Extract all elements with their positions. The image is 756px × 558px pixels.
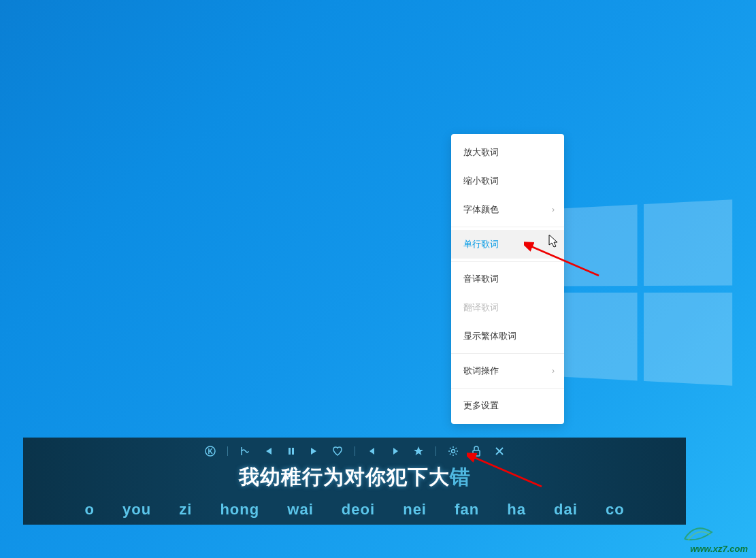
menu-zoom-out[interactable]: 缩小歌词 — [451, 167, 564, 195]
svg-rect-4 — [289, 448, 291, 455]
windows-logo — [563, 199, 732, 386]
heart-icon[interactable] — [331, 445, 344, 457]
toolbar-separator — [435, 446, 436, 456]
menu-lyrics-ops[interactable]: 歌词操作 › — [451, 357, 564, 385]
arrow-right-icon[interactable] — [389, 445, 401, 457]
menu-item-label: 单行歌词 — [463, 239, 499, 249]
chevron-right-icon: › — [552, 205, 555, 214]
toolbar-separator — [227, 446, 228, 456]
menu-item-label: 更多设置 — [463, 400, 499, 410]
menu-item-label: 音译歌词 — [463, 274, 499, 284]
svg-line-0 — [529, 246, 599, 276]
menu-font-color[interactable]: 字体颜色 › — [451, 195, 564, 224]
annotation-arrow — [524, 242, 606, 282]
menu-item-label: 翻译歌词 — [463, 302, 499, 312]
annotation-arrow — [467, 453, 548, 493]
cursor-icon — [548, 234, 561, 249]
svg-point-6 — [451, 450, 455, 453]
svg-rect-5 — [292, 448, 294, 455]
next-icon[interactable] — [308, 445, 321, 457]
lyrics-sung: 我幼稚行为对你犯下大 — [239, 465, 450, 488]
menu-translation: 翻译歌词 — [451, 293, 564, 322]
menu-more-settings[interactable]: 更多设置 — [451, 391, 564, 420]
menu-item-label: 字体颜色 — [463, 204, 499, 214]
menu-item-label: 放大歌词 — [463, 147, 499, 157]
menu-traditional[interactable]: 显示繁体歌词 — [451, 322, 564, 350]
pause-icon[interactable] — [285, 445, 297, 457]
lyrics-bar: K — [23, 438, 686, 525]
menu-item-label: 歌词操作 — [463, 365, 499, 376]
gear-icon[interactable] — [447, 445, 459, 457]
menu-separator — [451, 388, 564, 389]
menu-separator — [451, 353, 564, 354]
menu-item-label: 显示繁体歌词 — [463, 331, 516, 341]
watermark-text: www.xz7.com — [690, 544, 748, 554]
lyrics-main-line: 我幼稚行为对你犯下大错 — [23, 463, 686, 491]
lyrics-toolbar: K — [23, 438, 686, 458]
svg-text:K: K — [208, 448, 213, 455]
svg-line-1 — [472, 457, 542, 487]
toolbar-separator — [355, 446, 355, 456]
lyrics-pinyin-line: o you zi hong wai deoi nei fan ha dai co — [23, 501, 686, 519]
menu-separator — [451, 227, 564, 227]
arrow-left-icon[interactable] — [366, 445, 378, 457]
watermark-logo-icon — [678, 519, 719, 546]
brand-icon[interactable]: K — [204, 445, 216, 457]
chevron-right-icon: › — [552, 366, 555, 376]
menu-item-label: 缩小歌词 — [463, 176, 499, 186]
previous-icon[interactable] — [262, 445, 274, 457]
star-icon[interactable] — [412, 445, 425, 457]
menu-zoom-in[interactable]: 放大歌词 — [451, 138, 564, 167]
karaoke-icon[interactable] — [239, 445, 251, 457]
